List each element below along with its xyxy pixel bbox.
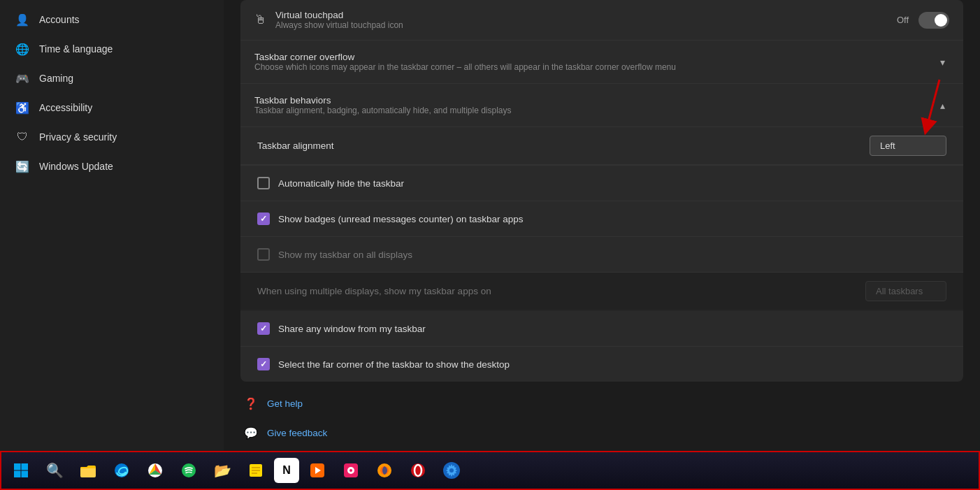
privacy-security-icon: 🛡 (15, 130, 29, 144)
select-far-corner-label: Select the far corner of the taskbar to … (278, 359, 510, 370)
settings-taskbar-button[interactable] (436, 455, 467, 486)
svg-rect-2 (14, 463, 21, 470)
app2-button[interactable] (336, 455, 366, 486)
chrome-button[interactable] (140, 455, 171, 486)
sidebar-item-windows-update[interactable]: 🔄 Windows Update (4, 152, 219, 180)
share-window-row: Share any window from my taskbar (240, 311, 963, 346)
sidebar-label-accessibility: Accessibility (39, 102, 92, 113)
sidebar: 👤 Accounts 🌐 Time & language 🎮 Gaming ♿ … (0, 0, 224, 451)
svg-point-19 (350, 469, 352, 472)
multiple-displays-select[interactable]: All taskbars (865, 281, 946, 301)
virtual-touchpad-title: Virtual touchpad (275, 10, 403, 20)
firefox-button[interactable] (369, 455, 400, 486)
show-badges-label: Show badges (unread messages counter) on… (278, 214, 523, 224)
taskbar-alignment-row: Taskbar alignment Left Center (240, 127, 963, 165)
taskbar-behaviors-chevron[interactable]: ▴ (935, 99, 949, 113)
start-button[interactable] (6, 455, 36, 486)
sidebar-item-accessibility[interactable]: ♿ Accessibility (4, 94, 219, 122)
edge-button[interactable] (106, 455, 137, 486)
auto-hide-row: Automatically hide the taskbar (240, 166, 963, 201)
svg-rect-5 (22, 471, 29, 478)
app1-icon (310, 463, 325, 478)
virtual-touchpad-info: 🖱 Virtual touchpad Always show virtual t… (254, 10, 897, 30)
touchpad-icon: 🖱 (254, 13, 267, 27)
get-help-label: Get help (267, 398, 303, 409)
share-window-checkbox[interactable] (257, 322, 270, 335)
svg-point-26 (449, 468, 454, 473)
edge-icon (114, 463, 129, 478)
time-language-icon: 🌐 (15, 42, 29, 56)
accounts-icon: 👤 (15, 13, 29, 27)
app2-icon (343, 463, 359, 478)
sidebar-item-privacy-security[interactable]: 🛡 Privacy & security (4, 123, 219, 151)
multiple-displays-dropdown-wrapper: All taskbars (865, 281, 946, 301)
auto-hide-label: Automatically hide the taskbar (278, 178, 404, 189)
toggle-thumb (935, 14, 947, 27)
settings-content: 🖱 Virtual touchpad Always show virtual t… (224, 0, 980, 451)
sticky-notes-icon (248, 463, 264, 478)
taskbar-behaviors-header[interactable]: Taskbar behaviors Taskbar alignment, bad… (240, 84, 963, 127)
taskbar-behaviors-title: Taskbar behaviors (254, 95, 512, 106)
taskbar-corner-overflow-subtitle: Choose which icons may appear in the tas… (254, 62, 676, 72)
virtual-touchpad-toggle[interactable] (918, 12, 949, 29)
app1-button[interactable] (302, 455, 333, 486)
show-all-displays-checkbox[interactable] (257, 248, 270, 261)
share-window-label: Share any window from my taskbar (278, 324, 426, 334)
sidebar-item-accounts[interactable]: 👤 Accounts (4, 6, 219, 34)
svg-rect-3 (22, 463, 29, 470)
svg-point-10 (182, 463, 196, 477)
taskbar-corner-overflow-chevron[interactable]: ▾ (935, 55, 949, 69)
taskbar-alignment-label: Taskbar alignment (257, 140, 334, 151)
windows-update-icon: 🔄 (15, 159, 29, 173)
give-feedback-item[interactable]: 💬 Give feedback (240, 419, 963, 446)
taskbar: 🔍 📂 (0, 451, 980, 490)
virtual-touchpad-toggle-label: Off (897, 15, 909, 25)
file-explorer-icon (80, 463, 96, 478)
search-button[interactable]: 🔍 (39, 455, 70, 486)
svg-rect-6 (80, 467, 96, 477)
taskbar-behaviors-subtitle: Taskbar alignment, badging, automaticall… (254, 106, 512, 115)
windows-logo-icon (13, 462, 29, 479)
sidebar-item-gaming[interactable]: 🎮 Gaming (4, 64, 219, 92)
chrome-icon (147, 463, 163, 478)
file-explorer-button[interactable] (73, 455, 103, 486)
help-section: ❓ Get help 💬 Give feedback (224, 382, 980, 451)
sticky-notes-button[interactable] (240, 455, 271, 486)
virtual-touchpad-toggle-area: Off (897, 12, 949, 29)
show-badges-row: Show badges (unread messages counter) on… (240, 201, 963, 236)
give-feedback-label: Give feedback (267, 428, 327, 438)
files-button[interactable]: 📂 (207, 455, 238, 486)
give-feedback-icon: 💬 (243, 425, 259, 440)
auto-hide-checkbox[interactable] (257, 177, 270, 189)
show-badges-checkbox[interactable] (257, 212, 270, 225)
opera-button[interactable] (403, 455, 433, 486)
gaming-icon: 🎮 (15, 71, 29, 85)
spotify-icon (181, 463, 196, 478)
svg-rect-4 (14, 471, 21, 478)
taskbar-corner-overflow-row[interactable]: Taskbar corner overflow Choose which ico… (240, 41, 963, 83)
taskbar-alignment-select[interactable]: Left Center (870, 136, 946, 156)
select-far-corner-row: Select the far corner of the taskbar to … (240, 347, 963, 382)
notion-button[interactable]: N (274, 458, 299, 483)
sidebar-label-windows-update: Windows Update (39, 161, 113, 172)
select-far-corner-checkbox[interactable] (257, 358, 270, 370)
multiple-displays-row: When using multiple displays, show my ta… (240, 273, 963, 310)
sidebar-label-privacy-security: Privacy & security (39, 131, 117, 143)
get-help-icon: ❓ (243, 396, 259, 411)
firefox-icon (377, 463, 392, 478)
taskbar-corner-overflow-title: Taskbar corner overflow (254, 52, 676, 62)
show-all-displays-label: Show my taskbar on all displays (278, 250, 412, 260)
sidebar-label-gaming: Gaming (39, 73, 73, 84)
show-all-displays-row: Show my taskbar on all displays (240, 237, 963, 272)
spotify-button[interactable] (173, 455, 204, 486)
accessibility-icon: ♿ (15, 101, 29, 115)
get-help-item[interactable]: ❓ Get help (240, 390, 963, 417)
settings-gear-icon (442, 461, 461, 480)
opera-icon (410, 463, 426, 478)
taskbar-alignment-dropdown-wrapper[interactable]: Left Center (870, 136, 946, 156)
sidebar-item-time-language[interactable]: 🌐 Time & language (4, 35, 219, 63)
sidebar-label-accounts: Accounts (39, 14, 80, 25)
multiple-displays-label: When using multiple displays, show my ta… (257, 286, 491, 296)
sidebar-label-time-language: Time & language (39, 43, 113, 55)
virtual-touchpad-subtitle: Always show virtual touchpad icon (275, 20, 403, 30)
